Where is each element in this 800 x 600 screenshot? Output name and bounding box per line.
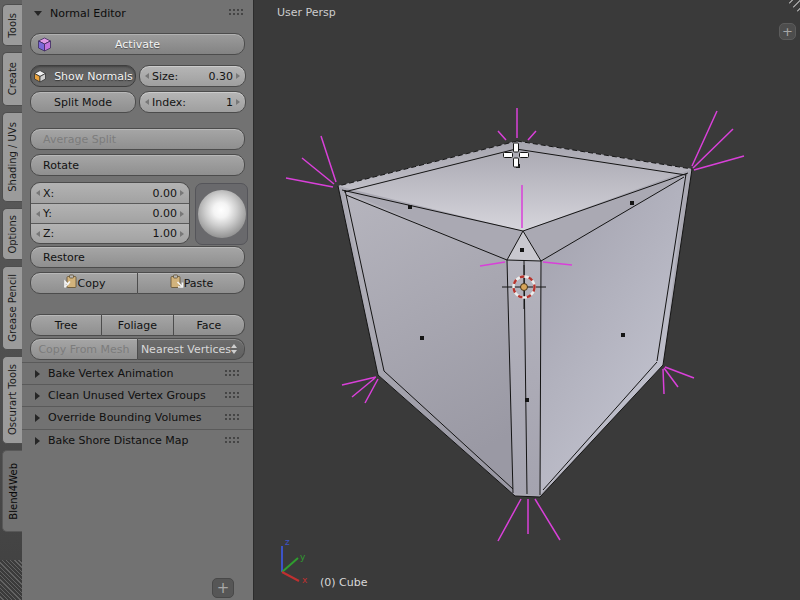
copy-mode-dropdown[interactable]: Nearest Vertices: [138, 338, 245, 360]
size-slider[interactable]: Size: 0.30: [139, 65, 246, 87]
x-value: 0.00: [153, 187, 178, 200]
axis-z-label: z: [285, 537, 290, 547]
x-field[interactable]: X: 0.00: [31, 183, 189, 203]
paste-clipboard-icon: [169, 274, 184, 292]
copy-button[interactable]: Copy: [30, 272, 138, 294]
copy-paste-row: Copy Paste: [30, 272, 245, 294]
panel-drag-grip-icon[interactable]: [225, 370, 241, 378]
region-resize-grip-icon[interactable]: [0, 560, 22, 600]
expand-triangle-icon: [35, 437, 40, 445]
increment-icon[interactable]: [236, 99, 240, 105]
preset-row: Tree Foliage Face: [30, 314, 245, 336]
axis-x-label: x: [302, 575, 308, 585]
tab-blend4web[interactable]: Blend4Web: [2, 450, 23, 532]
restore-button[interactable]: Restore: [30, 246, 245, 268]
panel-drag-grip-icon[interactable]: [225, 414, 241, 422]
panel-override-bounding-volumes[interactable]: Override Bounding Volumes: [22, 406, 253, 428]
normal-vector-fields: X: 0.00 Y: 0.00 Z: 1.00: [30, 182, 190, 244]
tab-grease-pencil[interactable]: Grease Pencil: [2, 266, 22, 350]
average-split-button: Average Split: [30, 128, 245, 150]
view-name-label: User Persp: [277, 6, 336, 19]
expand-triangle-icon: [35, 370, 40, 378]
normal-editor-panel: Normal Editor Activate Show N: [22, 0, 254, 600]
increment-icon[interactable]: [180, 190, 184, 196]
add-panel-button[interactable]: +: [212, 578, 234, 598]
normal-sphere-icon: [198, 190, 246, 238]
decrement-icon[interactable]: [145, 99, 149, 105]
expand-triangle-icon: [35, 414, 40, 422]
collapse-triangle-icon: [34, 11, 42, 16]
tool-shelf-tab-strip: Tools Create Shading / UVs Options Greas…: [0, 0, 22, 600]
decrement-icon[interactable]: [36, 231, 40, 237]
z-field[interactable]: Z: 1.00: [31, 223, 189, 243]
y-value: 0.00: [153, 207, 178, 220]
show-normals-toggle[interactable]: Show Normals: [30, 65, 136, 87]
panel-clean-unused-vertex-groups[interactable]: Clean Unused Vertex Groups: [22, 384, 253, 406]
decrement-icon[interactable]: [36, 211, 40, 217]
active-object-label: (0) Cube: [320, 576, 367, 589]
face-button[interactable]: Face: [174, 314, 245, 336]
tree-button[interactable]: Tree: [30, 314, 102, 336]
tab-tools[interactable]: Tools: [2, 4, 22, 46]
axis-gizmo: z y x: [282, 537, 308, 585]
increment-icon[interactable]: [180, 211, 184, 217]
mesh-cube-icon: [37, 37, 52, 52]
panel-bake-vertex-animation[interactable]: Bake Vertex Animation: [22, 362, 253, 384]
viewport-3d[interactable]: z y x User Persp (0) Cube +: [254, 0, 800, 600]
rotate-button[interactable]: Rotate: [30, 154, 245, 176]
z-value: 1.00: [153, 227, 178, 240]
size-value: 0.30: [209, 70, 234, 83]
normals-cube-icon: [33, 69, 47, 83]
blender-window: Tools Create Shading / UVs Options Greas…: [0, 0, 800, 600]
y-field[interactable]: Y: 0.00: [31, 203, 189, 223]
activate-button[interactable]: Activate: [30, 33, 245, 55]
direction-sphere-widget[interactable]: [195, 183, 248, 245]
tab-oscurart-tools[interactable]: Oscurart Tools: [2, 356, 22, 444]
panel-bake-shore-distance-map[interactable]: Bake Shore Distance Map: [22, 429, 253, 451]
panel-header[interactable]: Normal Editor: [30, 5, 245, 21]
panel-drag-grip-icon[interactable]: [225, 392, 241, 400]
panel-title: Normal Editor: [50, 7, 126, 20]
foliage-button[interactable]: Foliage: [102, 314, 173, 336]
copy-from-mesh-row: Copy From Mesh Nearest Vertices: [30, 338, 245, 360]
split-mode-toggle[interactable]: Split Mode: [30, 91, 136, 113]
copy-from-mesh-button: Copy From Mesh: [30, 338, 138, 360]
index-value: 1: [226, 96, 233, 109]
index-slider[interactable]: Index: 1: [139, 91, 246, 113]
dropdown-arrows-icon: [231, 344, 237, 354]
increment-icon[interactable]: [180, 231, 184, 237]
tab-options[interactable]: Options: [2, 208, 22, 260]
viewport-scene: z y x: [254, 0, 800, 600]
axis-y-label: y: [300, 552, 306, 562]
tab-create[interactable]: Create: [2, 52, 22, 106]
copy-clipboard-icon: [63, 274, 78, 292]
expand-properties-region-button[interactable]: +: [779, 23, 796, 40]
tab-shading-uvs[interactable]: Shading / UVs: [2, 112, 22, 202]
expand-triangle-icon: [35, 392, 40, 400]
increment-icon[interactable]: [236, 73, 240, 79]
cube-mesh[interactable]: [338, 141, 692, 497]
panel-drag-grip-icon[interactable]: [229, 9, 245, 17]
panel-drag-grip-icon[interactable]: [225, 437, 241, 445]
decrement-icon[interactable]: [145, 73, 149, 79]
decrement-icon[interactable]: [36, 190, 40, 196]
paste-button[interactable]: Paste: [138, 272, 245, 294]
